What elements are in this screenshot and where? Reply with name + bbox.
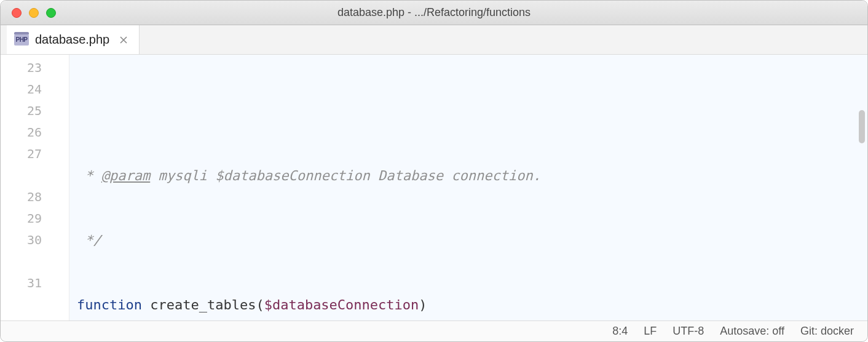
- file-encoding[interactable]: UTF-8: [673, 325, 704, 338]
- code-line: function create_tables($databaseConnecti…: [77, 294, 867, 316]
- php-file-icon: PHP: [14, 34, 29, 46]
- caret-position[interactable]: 8:4: [612, 325, 628, 338]
- tab-bar: PHP database.php: [1, 25, 867, 55]
- tab-label: database.php: [35, 33, 109, 47]
- close-icon: [120, 36, 127, 44]
- line-number: 27: [1, 143, 69, 165]
- editor[interactable]: 23 24 25 26 27 28 29 30 31 * @param mysq…: [1, 55, 867, 320]
- close-window-button[interactable]: [12, 8, 22, 18]
- tab-database-php[interactable]: PHP database.php: [7, 25, 140, 54]
- titlebar: database.php - .../Refactoring/functions: [1, 1, 867, 25]
- line-number: 26: [1, 122, 69, 143]
- code-line: */: [77, 229, 867, 251]
- code-line: * @param mysqli $databaseConnection Data…: [77, 165, 867, 186]
- line-number: 30: [1, 229, 69, 251]
- gutter: 23 24 25 26 27 28 29 30 31: [1, 55, 69, 320]
- window-controls: [12, 8, 56, 18]
- line-number: 29: [1, 208, 69, 229]
- line-number: [1, 165, 69, 186]
- minimize-window-button[interactable]: [29, 8, 39, 18]
- status-bar: 8:4 LF UTF-8 Autosave: off Git: docker: [1, 320, 867, 341]
- line-number: 25: [1, 100, 69, 122]
- line-number: 23: [1, 57, 69, 79]
- vertical-scrollbar-thumb[interactable]: [859, 110, 865, 143]
- line-number: 31: [1, 272, 69, 294]
- autosave-status[interactable]: Autosave: off: [720, 325, 784, 338]
- line-number: [1, 251, 69, 272]
- zoom-window-button[interactable]: [46, 8, 56, 18]
- inspections-eye-icon[interactable]: [844, 60, 858, 73]
- line-number: 28: [1, 186, 69, 208]
- code-area[interactable]: * @param mysqli $databaseConnection Data…: [69, 55, 867, 320]
- close-tab-button[interactable]: [119, 36, 128, 44]
- line-separator[interactable]: LF: [644, 325, 657, 338]
- window: database.php - .../Refactoring/functions…: [0, 0, 868, 342]
- line-number: 24: [1, 79, 69, 100]
- window-title: database.php - .../Refactoring/functions: [1, 6, 867, 19]
- git-branch[interactable]: Git: docker: [800, 325, 854, 338]
